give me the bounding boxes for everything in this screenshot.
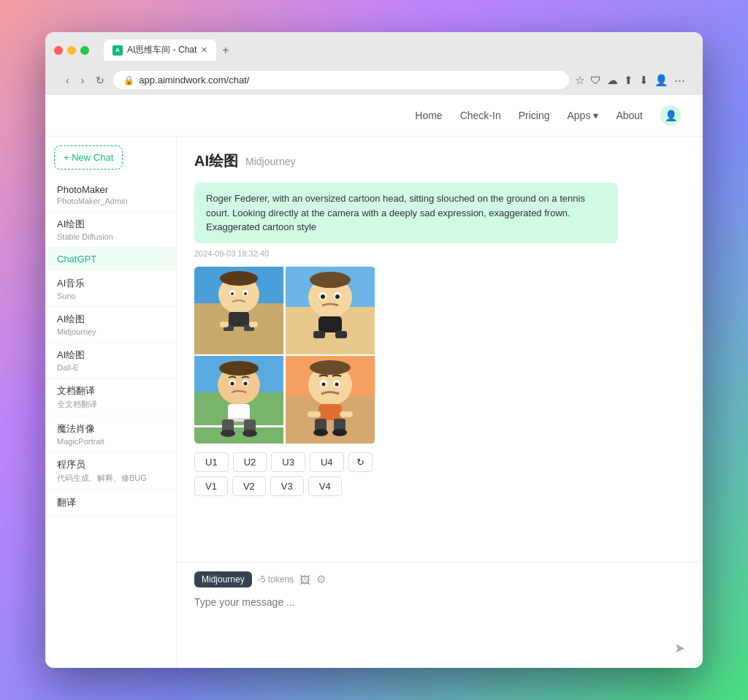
bookmark-icon[interactable]: ☆ (575, 74, 584, 87)
sidebar-item-title: AI绘图 (57, 218, 164, 231)
chat-subtitle: Midjourney (245, 156, 295, 167)
sidebar-item-title: 程序员 (57, 458, 164, 471)
svg-rect-12 (220, 322, 229, 327)
address-bar[interactable]: 🔒 app.aimindwork.com/chat/ (113, 71, 569, 89)
forward-button[interactable]: › (78, 72, 88, 89)
v3-button[interactable]: V3 (270, 476, 304, 496)
shield-icon[interactable]: 🛡 (590, 74, 601, 86)
url-text: app.aimindwork.com/chat/ (139, 75, 249, 85)
svg-point-21 (321, 294, 325, 299)
sidebar-item-ai-music[interactable]: AI音乐 Suno (45, 271, 176, 307)
download-cloud-icon[interactable]: ☁ (607, 74, 618, 87)
profile-icon[interactable]: 👤 (654, 74, 668, 87)
sidebar-item-programmer[interactable]: 程序员 代码生成、解释、修BUG (45, 452, 176, 490)
sidebar-item-photomaker[interactable]: PhotoMaker PhotoMaker_Admin (45, 178, 176, 212)
sidebar-item-ai-image-dalle[interactable]: AI绘图 Dall-E (45, 343, 176, 378)
browser-titlebar: A AI思维车间 - Chat ✕ + (54, 39, 694, 61)
chat-header: AI绘图 Midjourney (194, 151, 685, 171)
generated-image-2[interactable] (286, 267, 375, 354)
more-options-icon[interactable]: ⋯ (674, 74, 685, 87)
browser-chrome: A AI思维车间 - Chat ✕ + ‹ › ↻ 🔒 app.aimindwo… (45, 32, 703, 95)
svg-point-31 (219, 361, 259, 376)
lock-icon: 🔒 (123, 75, 134, 85)
token-info: -5 tokens (258, 574, 294, 585)
refresh-button[interactable]: ↻ (93, 72, 107, 89)
svg-point-57 (332, 429, 347, 436)
close-traffic-light[interactable] (54, 46, 63, 55)
generated-image-3[interactable] (194, 356, 283, 444)
nav-checkin[interactable]: Check-In (460, 110, 501, 121)
sidebar-item-translate[interactable]: 翻译 (45, 490, 176, 516)
nav-home[interactable]: Home (415, 110, 442, 121)
refresh-button[interactable]: ↻ (348, 452, 373, 472)
svg-rect-36 (228, 404, 250, 420)
svg-point-49 (322, 382, 326, 386)
sidebar-item-sub: Suno (57, 292, 164, 300)
generated-image-4[interactable] (286, 356, 375, 444)
sidebar-item-ai-image-midjourney[interactable]: AI绘图 Midjourney (45, 307, 176, 343)
svg-rect-51 (318, 404, 342, 420)
u4-button[interactable]: U4 (310, 452, 344, 472)
u3-button[interactable]: U3 (271, 452, 305, 472)
v1-button[interactable]: V1 (194, 476, 228, 496)
sidebar-item-sub: 全文档翻译 (57, 399, 164, 410)
svg-rect-25 (335, 331, 347, 338)
sidebar-item-title: 魔法肖像 (57, 422, 164, 435)
new-tab-button[interactable]: + (219, 44, 232, 57)
chevron-down-icon: ▾ (593, 110, 598, 121)
chat-messages: AI绘图 Midjourney Roger Federer, with an o… (177, 137, 703, 562)
sidebar-item-sub: 代码生成、解释、修BUG (57, 473, 164, 484)
svg-rect-9 (229, 312, 249, 327)
svg-point-8 (244, 292, 247, 295)
tab-title: AI思维车间 - Chat (127, 44, 196, 56)
u1-button[interactable]: U1 (194, 452, 229, 472)
nav-pricing[interactable]: Pricing (519, 110, 550, 121)
message-input[interactable] (194, 593, 685, 637)
sidebar-item-doc-translate[interactable]: 文档翻译 全文档翻译 (45, 378, 176, 416)
settings-icon[interactable]: ⚙ (316, 573, 326, 586)
browser-tab[interactable]: A AI思维车间 - Chat ✕ (104, 39, 216, 61)
sidebar-item-magic-portrait[interactable]: 魔法肖像 MagicPortrait (45, 416, 176, 452)
sidebar-item-sub: Stable Diffusion (57, 232, 164, 241)
v4-button[interactable]: V4 (308, 476, 342, 496)
avatar-icon: 👤 (665, 110, 677, 121)
sidebar-item-chatgpt[interactable]: ChatGPT (45, 248, 176, 271)
send-area: ➤ (194, 640, 685, 656)
minimize-traffic-light[interactable] (67, 46, 76, 55)
u2-button[interactable]: U2 (233, 452, 267, 472)
sidebar-item-ai-image-sd[interactable]: AI绘图 Stable Diffusion (45, 212, 176, 248)
svg-rect-13 (249, 322, 258, 327)
generated-image-1[interactable] (194, 267, 283, 354)
maximize-traffic-light[interactable] (80, 46, 89, 55)
share-icon[interactable]: ⬆ (624, 74, 633, 87)
sidebar-item-sub: Midjourney (57, 327, 164, 336)
page-content: Home Check-In Pricing Apps ▾ About 👤 + N… (45, 95, 703, 668)
new-chat-button[interactable]: + New Chat (54, 145, 123, 170)
nav-avatar[interactable]: 👤 (660, 105, 681, 126)
sidebar-item-sub: Dall-E (57, 363, 164, 372)
v2-button[interactable]: V2 (232, 476, 266, 496)
sidebar-item-title: 翻译 (57, 496, 164, 509)
svg-rect-53 (340, 411, 353, 417)
main-layout: + New Chat PhotoMaker PhotoMaker_Admin A… (45, 137, 703, 668)
sidebar: + New Chat PhotoMaker PhotoMaker_Admin A… (45, 137, 177, 668)
action-buttons-row1: U1 U2 U3 U4 ↻ (194, 452, 685, 472)
svg-point-22 (335, 294, 340, 299)
sidebar-item-title: AI音乐 (57, 277, 164, 290)
sidebar-item-title: 文档翻译 (57, 384, 164, 397)
nav-apps[interactable]: Apps ▾ (567, 110, 598, 121)
svg-point-50 (335, 382, 339, 386)
input-toolbar: Midjourney -5 tokens 🖼 ⚙ (194, 571, 685, 587)
image-upload-icon[interactable]: 🖼 (299, 574, 310, 586)
nav-about[interactable]: About (616, 110, 643, 121)
back-button[interactable]: ‹ (63, 72, 72, 89)
toolbar-actions: ☆ 🛡 ☁ ⬆ ⬇ 👤 ⋯ (575, 74, 685, 87)
svg-rect-52 (308, 411, 321, 417)
generated-image-grid (194, 267, 375, 444)
send-button[interactable]: ➤ (674, 640, 685, 656)
sidebar-item-title: AI绘图 (57, 313, 164, 326)
tab-close-button[interactable]: ✕ (201, 45, 207, 55)
model-badge[interactable]: Midjourney (194, 571, 252, 587)
download-icon[interactable]: ⬇ (639, 74, 649, 87)
svg-point-35 (244, 381, 248, 385)
